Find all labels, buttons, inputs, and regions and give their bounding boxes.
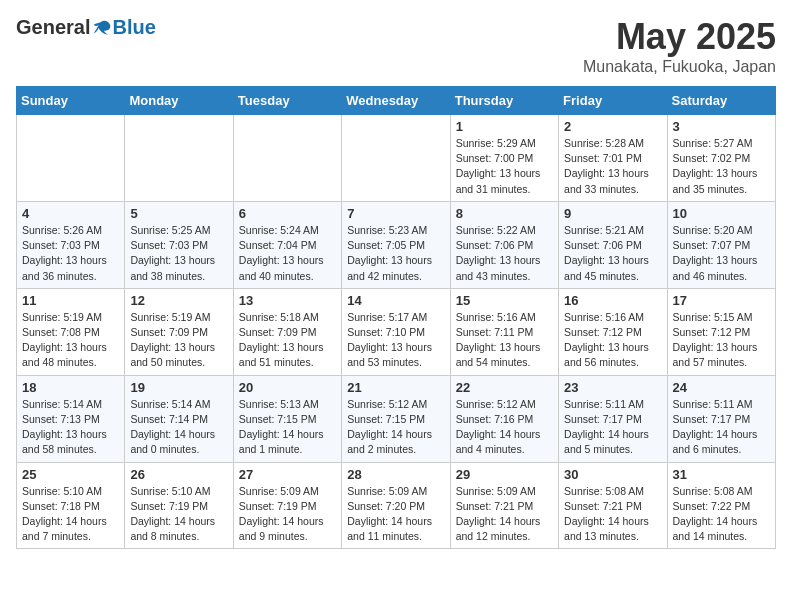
day-number: 27	[239, 467, 336, 482]
page-header: General Blue May 2025 Munakata, Fukuoka,…	[16, 16, 776, 76]
logo: General Blue	[16, 16, 156, 39]
day-info: Sunrise: 5:22 AM Sunset: 7:06 PM Dayligh…	[456, 223, 553, 284]
calendar-cell: 24Sunrise: 5:11 AM Sunset: 7:17 PM Dayli…	[667, 375, 775, 462]
day-number: 14	[347, 293, 444, 308]
day-number: 29	[456, 467, 553, 482]
calendar-cell: 18Sunrise: 5:14 AM Sunset: 7:13 PM Dayli…	[17, 375, 125, 462]
calendar-cell: 5Sunrise: 5:25 AM Sunset: 7:03 PM Daylig…	[125, 201, 233, 288]
day-info: Sunrise: 5:16 AM Sunset: 7:11 PM Dayligh…	[456, 310, 553, 371]
calendar-header-monday: Monday	[125, 87, 233, 115]
day-info: Sunrise: 5:13 AM Sunset: 7:15 PM Dayligh…	[239, 397, 336, 458]
day-number: 21	[347, 380, 444, 395]
calendar-cell: 17Sunrise: 5:15 AM Sunset: 7:12 PM Dayli…	[667, 288, 775, 375]
day-info: Sunrise: 5:14 AM Sunset: 7:14 PM Dayligh…	[130, 397, 227, 458]
day-info: Sunrise: 5:23 AM Sunset: 7:05 PM Dayligh…	[347, 223, 444, 284]
day-number: 23	[564, 380, 661, 395]
day-number: 26	[130, 467, 227, 482]
calendar-cell: 20Sunrise: 5:13 AM Sunset: 7:15 PM Dayli…	[233, 375, 341, 462]
calendar-cell: 22Sunrise: 5:12 AM Sunset: 7:16 PM Dayli…	[450, 375, 558, 462]
day-number: 16	[564, 293, 661, 308]
day-number: 12	[130, 293, 227, 308]
calendar-header-row: SundayMondayTuesdayWednesdayThursdayFrid…	[17, 87, 776, 115]
day-info: Sunrise: 5:26 AM Sunset: 7:03 PM Dayligh…	[22, 223, 119, 284]
day-number: 1	[456, 119, 553, 134]
day-info: Sunrise: 5:17 AM Sunset: 7:10 PM Dayligh…	[347, 310, 444, 371]
day-number: 24	[673, 380, 770, 395]
day-number: 18	[22, 380, 119, 395]
day-number: 11	[22, 293, 119, 308]
day-info: Sunrise: 5:19 AM Sunset: 7:09 PM Dayligh…	[130, 310, 227, 371]
calendar-cell: 26Sunrise: 5:10 AM Sunset: 7:19 PM Dayli…	[125, 462, 233, 549]
calendar-cell: 11Sunrise: 5:19 AM Sunset: 7:08 PM Dayli…	[17, 288, 125, 375]
calendar-week-row: 25Sunrise: 5:10 AM Sunset: 7:18 PM Dayli…	[17, 462, 776, 549]
day-info: Sunrise: 5:20 AM Sunset: 7:07 PM Dayligh…	[673, 223, 770, 284]
calendar-cell: 21Sunrise: 5:12 AM Sunset: 7:15 PM Dayli…	[342, 375, 450, 462]
calendar-cell	[342, 115, 450, 202]
calendar-cell: 23Sunrise: 5:11 AM Sunset: 7:17 PM Dayli…	[559, 375, 667, 462]
month-title: May 2025	[583, 16, 776, 58]
day-info: Sunrise: 5:08 AM Sunset: 7:21 PM Dayligh…	[564, 484, 661, 545]
day-number: 7	[347, 206, 444, 221]
day-number: 20	[239, 380, 336, 395]
calendar-cell: 14Sunrise: 5:17 AM Sunset: 7:10 PM Dayli…	[342, 288, 450, 375]
calendar-cell	[125, 115, 233, 202]
day-number: 13	[239, 293, 336, 308]
calendar-cell: 27Sunrise: 5:09 AM Sunset: 7:19 PM Dayli…	[233, 462, 341, 549]
day-number: 3	[673, 119, 770, 134]
day-info: Sunrise: 5:09 AM Sunset: 7:21 PM Dayligh…	[456, 484, 553, 545]
calendar-cell: 29Sunrise: 5:09 AM Sunset: 7:21 PM Dayli…	[450, 462, 558, 549]
day-info: Sunrise: 5:15 AM Sunset: 7:12 PM Dayligh…	[673, 310, 770, 371]
day-number: 5	[130, 206, 227, 221]
calendar-week-row: 11Sunrise: 5:19 AM Sunset: 7:08 PM Dayli…	[17, 288, 776, 375]
calendar-cell: 13Sunrise: 5:18 AM Sunset: 7:09 PM Dayli…	[233, 288, 341, 375]
calendar-cell: 10Sunrise: 5:20 AM Sunset: 7:07 PM Dayli…	[667, 201, 775, 288]
calendar-cell: 3Sunrise: 5:27 AM Sunset: 7:02 PM Daylig…	[667, 115, 775, 202]
day-info: Sunrise: 5:27 AM Sunset: 7:02 PM Dayligh…	[673, 136, 770, 197]
day-info: Sunrise: 5:11 AM Sunset: 7:17 PM Dayligh…	[673, 397, 770, 458]
logo-blue-text: Blue	[112, 16, 155, 39]
logo-bird-icon	[92, 18, 112, 38]
day-number: 15	[456, 293, 553, 308]
day-info: Sunrise: 5:18 AM Sunset: 7:09 PM Dayligh…	[239, 310, 336, 371]
day-info: Sunrise: 5:28 AM Sunset: 7:01 PM Dayligh…	[564, 136, 661, 197]
calendar-cell	[233, 115, 341, 202]
calendar-header-tuesday: Tuesday	[233, 87, 341, 115]
calendar-cell: 30Sunrise: 5:08 AM Sunset: 7:21 PM Dayli…	[559, 462, 667, 549]
day-number: 17	[673, 293, 770, 308]
day-info: Sunrise: 5:29 AM Sunset: 7:00 PM Dayligh…	[456, 136, 553, 197]
day-number: 6	[239, 206, 336, 221]
calendar-header-sunday: Sunday	[17, 87, 125, 115]
day-number: 9	[564, 206, 661, 221]
day-number: 2	[564, 119, 661, 134]
calendar-cell: 16Sunrise: 5:16 AM Sunset: 7:12 PM Dayli…	[559, 288, 667, 375]
calendar-cell: 7Sunrise: 5:23 AM Sunset: 7:05 PM Daylig…	[342, 201, 450, 288]
calendar-header-friday: Friday	[559, 87, 667, 115]
calendar-header-wednesday: Wednesday	[342, 87, 450, 115]
calendar-cell: 31Sunrise: 5:08 AM Sunset: 7:22 PM Dayli…	[667, 462, 775, 549]
day-number: 28	[347, 467, 444, 482]
day-number: 25	[22, 467, 119, 482]
day-info: Sunrise: 5:21 AM Sunset: 7:06 PM Dayligh…	[564, 223, 661, 284]
calendar-table: SundayMondayTuesdayWednesdayThursdayFrid…	[16, 86, 776, 549]
calendar-cell: 2Sunrise: 5:28 AM Sunset: 7:01 PM Daylig…	[559, 115, 667, 202]
calendar-cell: 19Sunrise: 5:14 AM Sunset: 7:14 PM Dayli…	[125, 375, 233, 462]
day-info: Sunrise: 5:11 AM Sunset: 7:17 PM Dayligh…	[564, 397, 661, 458]
calendar-header-saturday: Saturday	[667, 87, 775, 115]
day-info: Sunrise: 5:12 AM Sunset: 7:15 PM Dayligh…	[347, 397, 444, 458]
day-number: 30	[564, 467, 661, 482]
title-block: May 2025 Munakata, Fukuoka, Japan	[583, 16, 776, 76]
calendar-cell: 15Sunrise: 5:16 AM Sunset: 7:11 PM Dayli…	[450, 288, 558, 375]
calendar-week-row: 4Sunrise: 5:26 AM Sunset: 7:03 PM Daylig…	[17, 201, 776, 288]
day-number: 4	[22, 206, 119, 221]
calendar-cell: 25Sunrise: 5:10 AM Sunset: 7:18 PM Dayli…	[17, 462, 125, 549]
calendar-cell	[17, 115, 125, 202]
day-number: 19	[130, 380, 227, 395]
day-number: 8	[456, 206, 553, 221]
day-info: Sunrise: 5:10 AM Sunset: 7:18 PM Dayligh…	[22, 484, 119, 545]
day-info: Sunrise: 5:16 AM Sunset: 7:12 PM Dayligh…	[564, 310, 661, 371]
day-info: Sunrise: 5:19 AM Sunset: 7:08 PM Dayligh…	[22, 310, 119, 371]
logo-general-text: General	[16, 16, 90, 39]
calendar-cell: 8Sunrise: 5:22 AM Sunset: 7:06 PM Daylig…	[450, 201, 558, 288]
day-info: Sunrise: 5:08 AM Sunset: 7:22 PM Dayligh…	[673, 484, 770, 545]
calendar-week-row: 18Sunrise: 5:14 AM Sunset: 7:13 PM Dayli…	[17, 375, 776, 462]
